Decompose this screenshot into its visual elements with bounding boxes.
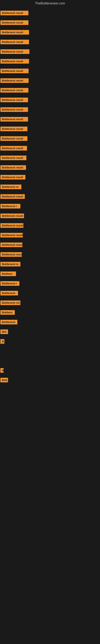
table-row: Bottleneck result bbox=[0, 47, 100, 56]
table-row: Bottleneck result bbox=[0, 153, 100, 162]
table-row: Bottleneck res bbox=[0, 298, 100, 308]
bottleneck-result-badge[interactable]: Bottleneck result bbox=[0, 252, 22, 257]
bottleneck-result-badge[interactable]: Bottleneck result bbox=[0, 214, 24, 218]
table-row: B bbox=[0, 336, 100, 346]
table-row: Bottleneck result bbox=[0, 211, 100, 220]
table-row: Bottleneck r bbox=[0, 201, 100, 211]
table-row: Bottleneck re bbox=[0, 182, 100, 192]
bottleneck-result-badge[interactable]: Bottleneck result bbox=[0, 165, 26, 170]
table-row: Bottleneck result bbox=[0, 172, 100, 182]
empty-row bbox=[0, 346, 100, 356]
bottleneck-result-badge[interactable]: Bottleneck bbox=[0, 291, 18, 296]
table-row: Bottleneck result bbox=[0, 105, 100, 114]
bottleneck-result-badge[interactable]: Bottleneck result bbox=[0, 117, 28, 122]
bottleneck-result-badge[interactable]: Bottlene bbox=[0, 272, 16, 276]
bottleneck-result-badge[interactable]: Bottleneck result bbox=[0, 69, 29, 73]
bottleneck-result-badge[interactable]: Bottleneck result bbox=[0, 146, 27, 150]
table-row: Bottleneck result bbox=[0, 220, 100, 230]
table-row: Bottlene bbox=[0, 269, 100, 278]
bottleneck-result-badge[interactable]: Bottleneck result bbox=[0, 175, 25, 180]
table-row: Bottleneck result bbox=[0, 27, 100, 37]
empty-row bbox=[0, 356, 100, 366]
table-row: Bottleneck result bbox=[0, 56, 100, 66]
table-row: Bottleneck result bbox=[0, 143, 100, 153]
site-header: TheBottlenecker.com bbox=[0, 0, 100, 6]
table-row: Bottleneck r bbox=[0, 278, 100, 288]
bottleneck-result-badge[interactable]: Bottleneck re bbox=[0, 184, 21, 189]
table-row: B bbox=[0, 366, 100, 375]
table-row: Bottleneck result bbox=[0, 162, 100, 172]
bottleneck-result-badge[interactable]: Bottleneck result bbox=[0, 20, 28, 25]
bottleneck-result-badge[interactable]: Bottleneck result bbox=[0, 126, 27, 131]
bottleneck-result-badge[interactable]: Bottleneck result bbox=[0, 30, 29, 34]
bottleneck-result-badge[interactable]: Bottleneck result bbox=[0, 88, 28, 92]
bottleneck-result-badge[interactable]: Bottleneck result bbox=[0, 223, 23, 228]
bottleneck-result-badge[interactable]: Bottleneck result bbox=[0, 242, 22, 247]
table-row: Bottleneck result bbox=[0, 85, 100, 95]
table-row: Bottleneck result bbox=[0, 250, 100, 259]
bottleneck-result-badge[interactable]: Bottleneck res bbox=[0, 300, 20, 305]
table-row: Bottleneck result bbox=[0, 192, 100, 201]
bottleneck-result-badge[interactable]: Bottleneck bbox=[0, 320, 17, 324]
bottleneck-result-badge[interactable]: Bott bbox=[0, 378, 8, 382]
table-row: Bottleneck result bbox=[0, 134, 100, 143]
table-row: Bottleneck result bbox=[0, 18, 100, 27]
bottleneck-result-badge[interactable]: Bottleneck result bbox=[0, 194, 25, 199]
bottleneck-result-badge[interactable]: Bottlens bbox=[0, 310, 15, 315]
bottleneck-list: Bottleneck resultBottleneck resultBottle… bbox=[0, 6, 100, 385]
bottleneck-result-badge[interactable]: Bottleneck re bbox=[0, 262, 20, 266]
bottleneck-result-badge[interactable]: Bottleneck r bbox=[0, 281, 19, 286]
bottleneck-result-badge[interactable]: Bot bbox=[0, 330, 8, 334]
table-row: Bottlens bbox=[0, 308, 100, 317]
bottleneck-result-badge[interactable]: Bottleneck result bbox=[0, 98, 28, 102]
table-row: Bottleneck result bbox=[0, 240, 100, 250]
table-row: Bot bbox=[0, 327, 100, 336]
table-row: Bottleneck result bbox=[0, 95, 100, 105]
bottleneck-result-badge[interactable]: Bottleneck r bbox=[0, 204, 20, 208]
table-row: Bottleneck result bbox=[0, 37, 100, 47]
bottleneck-result-badge[interactable]: Bottleneck result bbox=[0, 233, 23, 238]
table-row: Bottleneck bbox=[0, 317, 100, 327]
bottleneck-result-badge[interactable]: Bottleneck result bbox=[0, 156, 26, 160]
table-row: Bottleneck result bbox=[0, 124, 100, 134]
table-row: Bottleneck bbox=[0, 288, 100, 298]
bottleneck-result-badge[interactable]: Bottleneck result bbox=[0, 107, 28, 112]
table-row: Bottleneck result bbox=[0, 76, 100, 85]
bottleneck-result-badge[interactable]: Bottleneck result bbox=[0, 136, 27, 141]
table-row: Bott bbox=[0, 375, 100, 385]
bottleneck-result-badge[interactable]: Bottleneck result bbox=[0, 40, 29, 44]
table-row: Bottleneck result bbox=[0, 230, 100, 240]
bottleneck-result-badge[interactable]: Bottleneck result bbox=[0, 11, 28, 15]
table-row: Bottleneck result bbox=[0, 66, 100, 76]
table-row: Bottleneck result bbox=[0, 114, 100, 124]
table-row: Bottleneck result bbox=[0, 8, 100, 18]
table-row: Bottleneck re bbox=[0, 259, 100, 269]
bottleneck-result-badge[interactable]: Bottleneck result bbox=[0, 49, 29, 54]
bottleneck-result-badge[interactable]: B bbox=[0, 368, 3, 373]
site-title: TheBottlenecker.com bbox=[0, 0, 100, 6]
bottleneck-result-badge[interactable]: Bottleneck result bbox=[0, 78, 29, 83]
bottleneck-result-badge[interactable]: Bottleneck result bbox=[0, 59, 29, 64]
bottleneck-result-badge[interactable]: B bbox=[0, 339, 4, 344]
